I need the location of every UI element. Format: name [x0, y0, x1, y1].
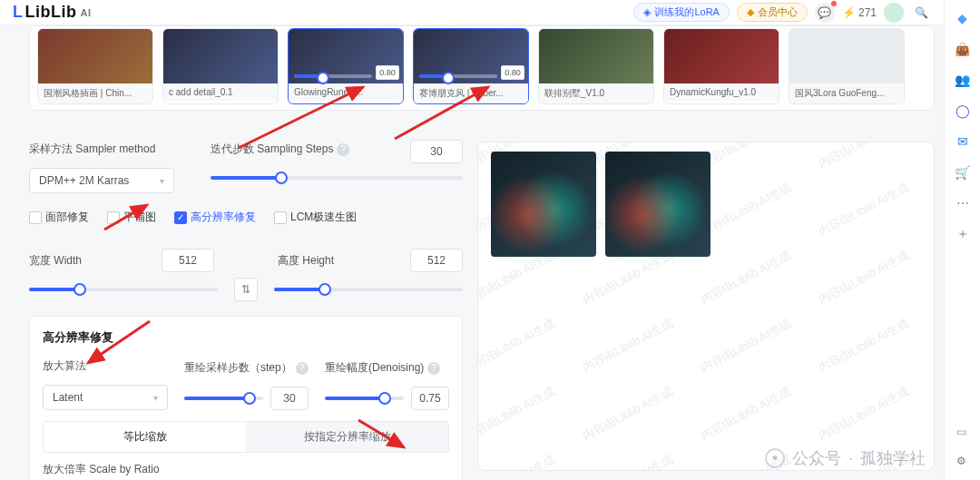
floating-tools: ▭ ⚙	[946, 422, 976, 471]
lora-weight-badge[interactable]: 0.80	[501, 65, 524, 80]
lora-card[interactable]: 0.80赛博朋克风 | Cyber...	[413, 28, 529, 104]
steps-value[interactable]: 30	[410, 140, 463, 163]
scale-mode-tabs: 等比缩放 按指定分辨率缩放	[43, 421, 449, 453]
lora-card-label: c add detail_0.1	[163, 83, 278, 101]
lora-card-label: 联排别墅_V1.0	[539, 83, 653, 103]
controls-panel: 采样方法 Sampler method DPM++ 2M Karras▾ 迭代步…	[29, 142, 463, 471]
chevron-down-icon: ▾	[160, 176, 164, 186]
rail-more-icon[interactable]: ⋯	[954, 194, 972, 212]
lora-card-label: 赛博朋克风 | Cyber...	[414, 83, 528, 103]
sampler-select[interactable]: DPM++ 2M Karras▾	[29, 168, 174, 193]
rail-bag-icon[interactable]: 👜	[954, 40, 972, 58]
rail-people-icon[interactable]: 👥	[954, 71, 972, 89]
tiling-checkbox[interactable]: 平铺图	[107, 210, 156, 225]
vip-button[interactable]: ◆会员中心	[737, 3, 808, 22]
preview-panel: 内容由Liblib AI生成内容由Liblib AI生成内容由Liblib AI…	[477, 142, 935, 471]
lora-card[interactable]: c add detail_0.1	[162, 28, 279, 104]
preview-image[interactable]	[491, 152, 596, 257]
lora-card[interactable]: 国风3Lora GuoFeng...	[789, 28, 905, 104]
logo: LLibLibAI	[13, 3, 91, 22]
lora-card-label: GlowingRunes ...	[289, 83, 403, 101]
scale-by-ratio-tab[interactable]: 等比缩放	[44, 422, 246, 452]
hires-title: 高分辨率修复	[43, 329, 449, 346]
rail-mail-icon[interactable]: ✉	[954, 132, 972, 151]
lora-card[interactable]: 0.80GlowingRunes ...	[288, 28, 404, 104]
credits-display: ⚡271	[842, 6, 877, 19]
lora-thumbnails-box: 国潮风格插画 | Chin...c add detail_0.10.80Glow…	[29, 25, 935, 111]
train-lora-button[interactable]: ◈训练我的LoRA	[633, 3, 730, 22]
scale-by-resolution-tab[interactable]: 按指定分辨率缩放	[246, 422, 448, 452]
scale-ratio-label: 放大倍率 Scale by Ratio	[43, 462, 449, 477]
denoise-value[interactable]: 0.75	[411, 387, 449, 410]
rail-ring-icon[interactable]: ◯	[954, 102, 972, 120]
side-rail: ◆ 👜 👥 ◯ ✉ 🛒 ⋯ ＋	[944, 0, 980, 480]
help-icon[interactable]: ?	[427, 362, 440, 375]
rail-diamond-icon[interactable]: ◆	[954, 9, 972, 27]
rail-add-icon[interactable]: ＋	[954, 225, 972, 243]
lora-weight-badge[interactable]: 0.80	[376, 65, 399, 80]
upscaler-select[interactable]: Latent▾	[43, 385, 168, 410]
height-slider[interactable]	[274, 279, 463, 300]
face-restore-checkbox[interactable]: 面部修复	[29, 210, 89, 225]
lora-card[interactable]: 国潮风格插画 | Chin...	[37, 28, 153, 104]
denoise-slider[interactable]	[325, 387, 404, 409]
steps-slider[interactable]	[211, 176, 463, 180]
lcm-checkbox[interactable]: LCM极速生图	[274, 210, 357, 225]
hires-steps-slider[interactable]	[184, 387, 263, 409]
hires-steps-value[interactable]: 30	[270, 387, 309, 410]
width-slider[interactable]	[29, 279, 218, 300]
settings-icon[interactable]: ⚙	[951, 451, 971, 471]
lora-card[interactable]: 联排别墅_V1.0	[538, 28, 654, 104]
hires-panel: 高分辨率修复 放大算法 Latent▾ 重绘采样步数（step）? 30 重绘幅…	[29, 316, 463, 480]
sampler-label: 采样方法 Sampler method	[29, 142, 174, 157]
chevron-down-icon: ▾	[153, 393, 158, 403]
rail-cart-icon[interactable]: 🛒	[954, 163, 972, 181]
help-icon[interactable]: ?	[337, 143, 349, 156]
lora-card-label: 国潮风格插画 | Chin...	[38, 83, 152, 103]
width-label: 宽度 Width	[29, 253, 82, 269]
height-label: 高度 Height	[278, 253, 334, 269]
messages-icon[interactable]: 💬	[815, 3, 835, 23]
hires-steps-label: 重绘采样步数（step）?	[184, 360, 309, 376]
lora-card[interactable]: DynamicKungfu_v1.0	[663, 28, 779, 104]
upscaler-label: 放大算法	[43, 358, 168, 374]
book-icon[interactable]: ▭	[951, 422, 971, 442]
user-avatar[interactable]	[884, 3, 904, 23]
denoise-label: 重绘幅度(Denoising)?	[325, 360, 449, 376]
width-value[interactable]: 512	[162, 249, 214, 272]
lora-card-label: 国风3Lora GuoFeng...	[789, 83, 904, 103]
steps-label: 迭代步数 Sampling Steps? 30	[211, 142, 463, 165]
hires-fix-checkbox[interactable]: ✓高分辨率修复	[174, 210, 256, 225]
preview-image[interactable]	[605, 152, 710, 257]
lora-card-label: DynamicKungfu_v1.0	[664, 83, 779, 101]
top-bar: LLibLibAI ◈训练我的LoRA ◆会员中心 💬 ⚡271 🔍	[0, 0, 944, 25]
search-icon[interactable]: 🔍	[911, 3, 931, 23]
help-icon[interactable]: ?	[296, 362, 309, 375]
swap-dims-button[interactable]: ⇅	[234, 278, 258, 301]
height-value[interactable]: 512	[410, 249, 463, 272]
